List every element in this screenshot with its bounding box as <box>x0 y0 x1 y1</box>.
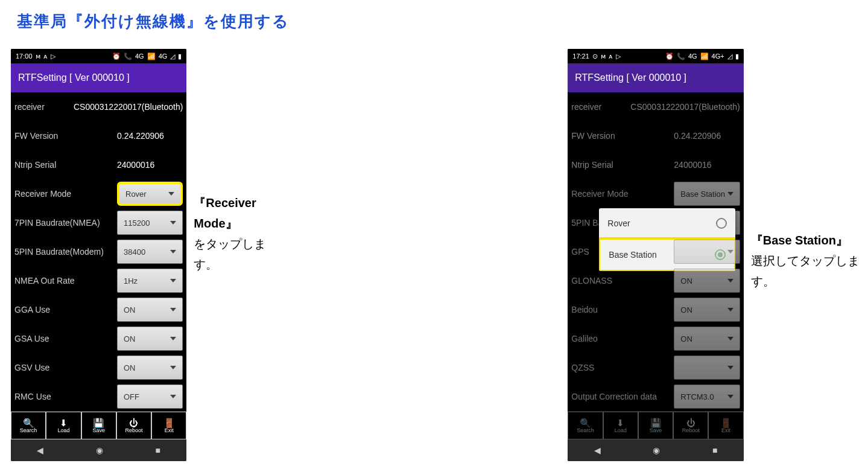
page-title: 基準局『外付け無線機』を使用する <box>0 0 868 32</box>
gsv-dropdown[interactable]: ON <box>117 356 183 380</box>
7pin-baud-dropdown[interactable]: 115200 <box>117 211 183 235</box>
info-row-ntrip: Ntrip Serial24000016 <box>11 150 186 179</box>
reboot-icon: ⏻ <box>129 418 138 427</box>
rmc-dropdown[interactable]: OFF <box>117 384 183 409</box>
gga-dropdown[interactable]: ON <box>117 298 183 322</box>
exit-button[interactable]: 🚪Exit <box>708 412 743 439</box>
bottom-toolbar: 🔍Search ⬇Load 💾Save ⏻Reboot 🚪Exit <box>11 411 186 439</box>
status-bar: 17:21 ⊙ ᴍ ᴀ ▷ ⏰ 📞 4G 📶 4G+ ◿ ▮ <box>568 49 743 63</box>
row-beidou: Beidou ON <box>568 295 743 324</box>
gsa-dropdown[interactable]: ON <box>117 327 183 351</box>
status-icon: ▷ <box>616 53 621 60</box>
row-output-correction: Output Correction data RTCM3.0 <box>568 382 743 411</box>
chevron-down-icon <box>170 337 176 340</box>
home-button[interactable]: ◉ <box>96 445 103 455</box>
info-row-receiver: receiverCS000312220017(Bluetooth) <box>11 92 186 121</box>
save-icon: 💾 <box>650 418 662 427</box>
nmea-rate-dropdown[interactable]: 1Hz <box>117 269 183 293</box>
receiver-mode-dropdown[interactable]: Rover <box>117 182 183 206</box>
load-button[interactable]: ⬇Load <box>46 412 81 439</box>
row-nmea-rate: NMEA Out Rate 1Hz <box>11 266 186 295</box>
chevron-down-icon <box>170 221 176 225</box>
signal-icon: 📶 <box>700 53 709 60</box>
status-icon: ᴀ <box>43 53 48 60</box>
save-button[interactable]: 💾Save <box>81 412 116 439</box>
alarm-icon: ⏰ <box>112 53 121 60</box>
net-icon: 4G <box>688 53 697 60</box>
status-icon: ▷ <box>51 53 55 60</box>
net-icon: 4G <box>159 53 168 60</box>
chevron-down-icon <box>170 279 176 282</box>
info-row-fw: FW Version0.24.220906 <box>568 121 743 150</box>
row-gsv: GSV Use ON <box>11 353 186 382</box>
chevron-down-icon <box>727 395 733 398</box>
status-icon: ⊙ <box>592 53 598 60</box>
reboot-button[interactable]: ⏻Reboot <box>673 412 708 439</box>
output-correction-dropdown[interactable]: RTCM3.0 <box>674 384 740 409</box>
chevron-down-icon <box>727 337 733 340</box>
net-icon: 4G+ <box>712 53 724 60</box>
load-button[interactable]: ⬇Load <box>603 412 638 439</box>
gps-dropdown[interactable] <box>674 240 740 264</box>
row-5pin: 5PIN Ba Rover Base Station <box>568 208 743 237</box>
row-gps: GPS <box>568 237 743 266</box>
5pin-baud-dropdown[interactable]: 38400 <box>117 240 183 264</box>
app-title-bar: RTFSetting [ Ver 000010 ] <box>568 63 743 92</box>
search-button[interactable]: 🔍Search <box>568 412 603 439</box>
phone-screenshot-1: 17:00 ᴍ ᴀ ▷ ⏰ 📞 4G 📶 4G ◿ ▮ RTFSetting [… <box>11 49 186 461</box>
recent-button[interactable]: ■ <box>156 445 160 455</box>
row-receiver-mode: Receiver Mode Base Station <box>568 179 743 208</box>
row-5pin: 5PIN Baudrate(Modem) 38400 <box>11 237 186 266</box>
popup-option-rover[interactable]: Rover <box>599 208 735 238</box>
android-navbar: ◀ ◉ ■ <box>568 439 743 461</box>
save-button[interactable]: 💾Save <box>638 412 673 439</box>
chevron-down-icon <box>170 308 176 311</box>
exit-icon: 🚪 <box>720 418 732 427</box>
net-icon: 4G <box>135 53 144 60</box>
radio-off-icon <box>716 218 727 229</box>
back-button[interactable]: ◀ <box>594 445 601 455</box>
row-rmc: RMC Use OFF <box>11 382 186 411</box>
row-glonass: GLONASS ON <box>568 266 743 295</box>
search-icon: 🔍 <box>580 418 591 427</box>
chevron-down-icon <box>727 366 733 369</box>
signal-icon: ◿ <box>170 53 175 60</box>
app-body: receiverCS000312220017(Bluetooth) FW Ver… <box>11 92 186 411</box>
bottom-toolbar: 🔍Search ⬇Load 💾Save ⏻Reboot 🚪Exit <box>568 411 743 439</box>
row-gsa: GSA Use ON <box>11 324 186 353</box>
row-galileo: Galileo ON <box>568 324 743 353</box>
signal-icon: 📶 <box>147 53 156 60</box>
call-icon: 📞 <box>677 53 685 60</box>
status-icon: ᴀ <box>609 53 613 60</box>
row-gga: GGA Use ON <box>11 295 186 324</box>
chevron-down-icon <box>168 192 174 196</box>
battery-icon: ▮ <box>178 53 182 60</box>
search-button[interactable]: 🔍Search <box>11 412 46 439</box>
status-time: 17:00 <box>16 53 33 60</box>
app-title-bar: RTFSetting [ Ver 000010 ] <box>11 63 186 92</box>
receiver-mode-dropdown[interactable]: Base Station <box>674 182 740 206</box>
row-qzss: QZSS <box>568 353 743 382</box>
status-icon: ᴍ <box>601 53 606 60</box>
load-icon: ⬇ <box>616 418 624 427</box>
chevron-down-icon <box>727 308 733 311</box>
info-row-receiver: receiverCS000312220017(Bluetooth) <box>568 92 743 121</box>
reboot-button[interactable]: ⏻Reboot <box>116 412 151 439</box>
phone-screenshot-2: 17:21 ⊙ ᴍ ᴀ ▷ ⏰ 📞 4G 📶 4G+ ◿ ▮ RTFSettin… <box>568 49 743 461</box>
galileo-dropdown[interactable]: ON <box>674 327 740 351</box>
reboot-icon: ⏻ <box>686 418 695 427</box>
home-button[interactable]: ◉ <box>653 445 660 455</box>
back-button[interactable]: ◀ <box>37 445 43 455</box>
recent-button[interactable]: ■ <box>712 445 717 455</box>
exit-button[interactable]: 🚪Exit <box>151 412 186 439</box>
call-icon: 📞 <box>124 53 132 60</box>
chevron-down-icon <box>727 279 733 282</box>
search-icon: 🔍 <box>23 418 34 427</box>
annotation-1: 『Receiver Mode』 をタップします。 <box>194 49 290 275</box>
beidou-dropdown[interactable]: ON <box>674 298 740 322</box>
glonass-dropdown[interactable]: ON <box>674 269 740 293</box>
android-navbar: ◀ ◉ ■ <box>11 439 186 461</box>
app-body: receiverCS000312220017(Bluetooth) FW Ver… <box>568 92 743 411</box>
annotation-2: 『Base Station』 選択してタップします。 <box>751 49 868 292</box>
qzss-dropdown[interactable] <box>674 356 740 380</box>
